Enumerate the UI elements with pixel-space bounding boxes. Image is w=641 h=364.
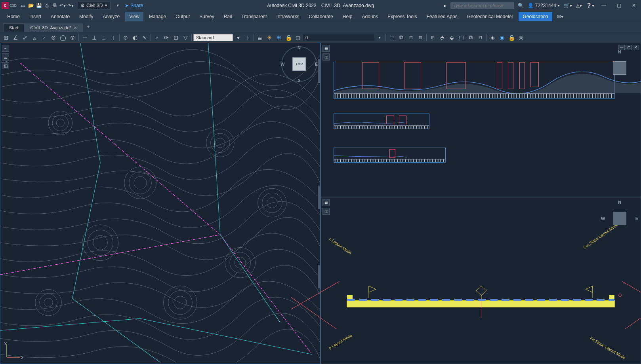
open-icon[interactable]: 📂 xyxy=(27,2,35,9)
save-icon[interactable]: 💾 xyxy=(35,2,43,9)
bearing-icon[interactable]: ⤢ xyxy=(21,33,29,42)
layer-dropdown[interactable]: 0 xyxy=(303,34,374,41)
layer-iso-icon[interactable]: ⬚ xyxy=(387,33,396,42)
ribbon-tab-home[interactable]: Home xyxy=(3,12,24,21)
snap-icon[interactable]: ⊡ xyxy=(172,33,180,42)
vp-menu-icon[interactable]: ☰ xyxy=(322,45,330,52)
freeze-icon[interactable]: ❄ xyxy=(275,33,283,42)
saveas-icon[interactable]: ⎙ xyxy=(43,2,51,9)
ribbon-tab-collaborate[interactable]: Collaborate xyxy=(305,12,337,21)
sm-icon[interactable]: ⟐ xyxy=(153,33,161,42)
ex4-icon[interactable]: ◎ xyxy=(517,33,525,42)
latlong-icon[interactable]: ◯ xyxy=(59,33,67,42)
station-offset-icon[interactable]: ⟂ xyxy=(99,33,108,42)
close-button[interactable]: ✕ xyxy=(628,2,639,9)
side-shot-icon[interactable]: ⊥ xyxy=(90,33,99,42)
vp-close-icon[interactable]: ✕ xyxy=(633,45,639,50)
dim-icon[interactable]: ⟊ xyxy=(243,33,252,42)
plot-icon[interactable]: 🖶 xyxy=(51,2,59,9)
vp-menu-icon[interactable]: ☰ xyxy=(322,199,330,206)
ribbon-tab-survey[interactable]: Survey xyxy=(195,12,218,21)
layer-walk-icon[interactable]: ⬙ xyxy=(447,33,456,42)
layer-frz-icon[interactable]: ⧈ xyxy=(406,33,415,42)
northing-icon[interactable]: ⟋ xyxy=(40,33,48,42)
station-icon[interactable]: ⊢ xyxy=(80,33,89,42)
color-icon[interactable]: ◻ xyxy=(294,33,302,42)
grid-north-icon[interactable]: ⊘ xyxy=(49,33,58,42)
mail-icon[interactable]: ✉▾ xyxy=(557,14,563,19)
layer-drop-caret[interactable]: ▾ xyxy=(375,33,384,42)
viewport-section[interactable]: ☰ ◫ N E W xyxy=(320,197,641,364)
change-layer-icon[interactable]: ⬚ xyxy=(457,33,465,42)
search-icon[interactable]: 🔍 xyxy=(518,3,524,8)
scrollbar-v3[interactable] xyxy=(318,265,320,288)
vp-max-icon[interactable]: ▢ xyxy=(626,45,632,50)
ribbon-tab-insert[interactable]: Insert xyxy=(25,12,45,21)
angle-icon[interactable]: ∠ xyxy=(11,33,20,42)
vp-minimize-icon[interactable]: − xyxy=(2,45,9,52)
ribbon-tab-geotechnical-modeler[interactable]: Geotechnical Modeler xyxy=(463,12,517,21)
ribbon-tab-modify[interactable]: Modify xyxy=(75,12,97,21)
ex2-icon[interactable]: ◉ xyxy=(498,33,506,42)
maximize-button[interactable]: ▢ xyxy=(613,2,624,9)
filter-icon[interactable]: ▽ xyxy=(181,33,190,42)
layer-props-icon[interactable]: ≣ xyxy=(256,33,264,42)
ribbon-tab-add-ins[interactable]: Add-ins xyxy=(358,12,382,21)
ribbon-tab-analyze[interactable]: Analyze xyxy=(99,12,124,21)
ribbon-tab-transparent[interactable]: Transparent xyxy=(237,12,271,21)
match-layer-icon[interactable]: ⧆ xyxy=(428,33,437,42)
profile-sta-icon[interactable]: ↕ xyxy=(109,33,118,42)
transparent-cmd-icon[interactable]: ⊞ xyxy=(2,33,10,42)
ribbon-tab-rail[interactable]: Rail xyxy=(220,12,236,21)
match-icon[interactable]: ◐ xyxy=(131,33,139,42)
ribbon-tab-geolocation[interactable]: Geolocation xyxy=(519,12,552,21)
user-menu[interactable]: 👤 72231444 ▾ xyxy=(528,3,560,8)
redo-icon[interactable]: ↷▾ xyxy=(67,2,74,9)
qat-drop-icon[interactable]: ▼ xyxy=(114,2,122,9)
ex3-icon[interactable]: 🔒 xyxy=(507,33,516,42)
tab-active-file[interactable]: CIVIL 3D_Avanzado* ✕ xyxy=(24,23,82,32)
ribbon-tab-output[interactable]: Output xyxy=(172,12,194,21)
zoom-pt-icon[interactable]: ⊙ xyxy=(121,33,130,42)
ribbon-tab-help[interactable]: Help xyxy=(339,12,357,21)
refresh-icon[interactable]: ⟳ xyxy=(162,33,171,42)
ribbon-tab-featured-apps[interactable]: Featured Apps xyxy=(423,12,462,21)
prev-layer-icon[interactable]: ⬘ xyxy=(438,33,446,42)
deflection-icon[interactable]: ⟁ xyxy=(30,33,39,42)
share-button[interactable]: ➤ Share xyxy=(125,3,143,8)
layer-merge-icon[interactable]: ⧈ xyxy=(476,33,485,42)
minimize-button[interactable]: — xyxy=(598,2,609,9)
app-switcher-icon[interactable]: ◬▾ xyxy=(576,3,582,8)
ribbon-tab-annotate[interactable]: Annotate xyxy=(47,12,74,21)
style-dropdown[interactable]: Standard xyxy=(193,34,233,41)
view-cube-face[interactable]: TOP xyxy=(292,57,306,71)
view-cube[interactable]: N S E W TOP xyxy=(281,46,317,82)
ribbon-tab-manage[interactable]: Manage xyxy=(145,12,170,21)
vp-nav-icon[interactable]: ◫ xyxy=(322,53,330,61)
style-apply-icon[interactable]: ▾ xyxy=(234,33,242,42)
scrollbar-v[interactable] xyxy=(318,59,320,83)
ex1-icon[interactable]: ◈ xyxy=(488,33,497,42)
viewport-plan[interactable]: − ☰ ◫ N S E W TOP WCS xyxy=(0,43,320,364)
ribbon-tab-infraworks[interactable]: InfraWorks xyxy=(273,12,303,21)
info-caret-icon[interactable]: ▸ xyxy=(444,3,446,8)
help-icon[interactable]: ❔▾ xyxy=(586,3,594,8)
new-icon[interactable]: ▭ xyxy=(19,2,27,9)
cart-icon[interactable]: 🛒▾ xyxy=(564,3,572,8)
curve-calc-icon[interactable]: ∿ xyxy=(140,33,149,42)
vp-nav-icon[interactable]: ◫ xyxy=(322,208,330,215)
undo-icon[interactable]: ↶▾ xyxy=(59,2,67,9)
vp-nav-icon[interactable]: ◫ xyxy=(2,62,9,69)
search-input[interactable] xyxy=(450,2,514,9)
lock-icon[interactable]: 🔒 xyxy=(284,33,293,42)
new-tab-button[interactable]: ＋ xyxy=(83,22,94,32)
ribbon-tab-view[interactable]: View xyxy=(125,12,143,21)
workspace-selector[interactable]: ⚙ Civil 3D ▼ xyxy=(78,2,111,9)
vp-menu-icon[interactable]: ☰ xyxy=(2,53,9,61)
tab-start[interactable]: Start xyxy=(3,23,24,32)
copy-layer-icon[interactable]: ⧉ xyxy=(466,33,475,42)
vp-min-icon[interactable]: — xyxy=(618,45,625,50)
view-cube[interactable]: N E W xyxy=(602,201,637,236)
scrollbar-v2[interactable] xyxy=(318,186,320,209)
viewport-profile[interactable]: — ▢ ✕ ☰ ◫ N xyxy=(320,43,641,197)
